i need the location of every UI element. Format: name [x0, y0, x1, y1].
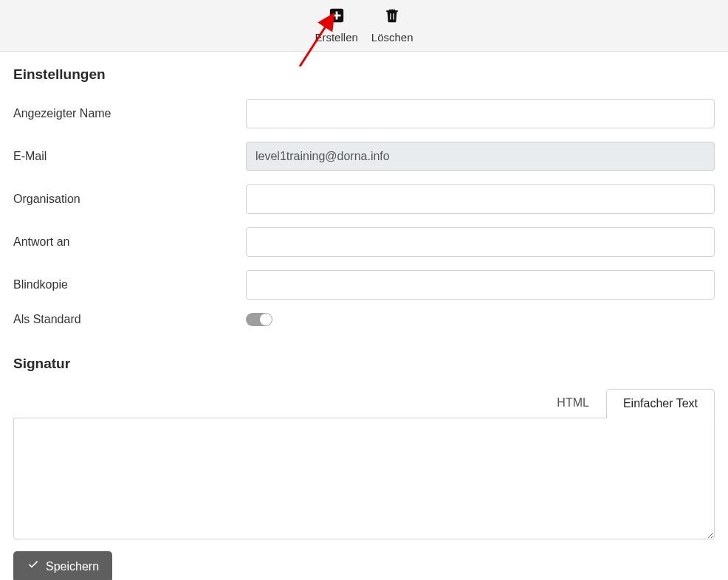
input-organization[interactable] — [246, 184, 715, 214]
label-organization: Organisation — [13, 193, 246, 206]
settings-heading: Einstellungen — [13, 66, 715, 83]
delete-button[interactable]: Löschen — [371, 7, 413, 44]
toolbar: Erstellen Löschen — [0, 0, 728, 52]
input-display-name[interactable] — [246, 99, 715, 128]
row-display-name: Angezeigter Name — [13, 99, 715, 128]
toggle-as-default[interactable] — [246, 313, 272, 326]
create-label: Erstellen — [315, 31, 357, 44]
input-bcc[interactable] — [246, 270, 715, 300]
label-email: E-Mail — [13, 150, 246, 163]
content-scroll[interactable]: Einstellungen Angezeigter Name E-Mail Or… — [0, 52, 728, 580]
row-bcc: Blindkopie — [13, 270, 715, 300]
label-as-default: Als Standard — [13, 313, 246, 326]
row-organization: Organisation — [13, 184, 715, 214]
save-button[interactable]: Speichern — [13, 551, 112, 580]
row-email: E-Mail — [13, 142, 715, 171]
label-bcc: Blindkopie — [13, 278, 246, 291]
label-reply-to: Antwort an — [13, 235, 246, 249]
delete-label: Löschen — [371, 31, 413, 44]
save-label: Speichern — [46, 560, 99, 573]
svg-rect-3 — [386, 10, 398, 12]
check-icon — [27, 559, 40, 575]
input-email — [246, 142, 715, 171]
row-reply-to: Antwort an — [13, 227, 715, 257]
signature-tabs: HTML Einfacher Text — [13, 388, 715, 418]
content-pane: Einstellungen Angezeigter Name E-Mail Or… — [0, 52, 728, 580]
trash-icon — [384, 7, 400, 27]
plus-box-icon — [329, 7, 345, 27]
row-as-default: Als Standard — [13, 313, 715, 326]
toggle-knob — [260, 314, 272, 325]
signature-heading: Signatur — [13, 356, 715, 372]
svg-rect-2 — [332, 15, 340, 17]
create-button[interactable]: Erstellen — [315, 7, 357, 44]
tab-html[interactable]: HTML — [540, 388, 606, 418]
input-reply-to[interactable] — [246, 227, 715, 257]
tab-plain-text[interactable]: Einfacher Text — [606, 389, 715, 418]
label-display-name: Angezeigter Name — [13, 107, 246, 120]
signature-textarea[interactable] — [13, 418, 715, 539]
